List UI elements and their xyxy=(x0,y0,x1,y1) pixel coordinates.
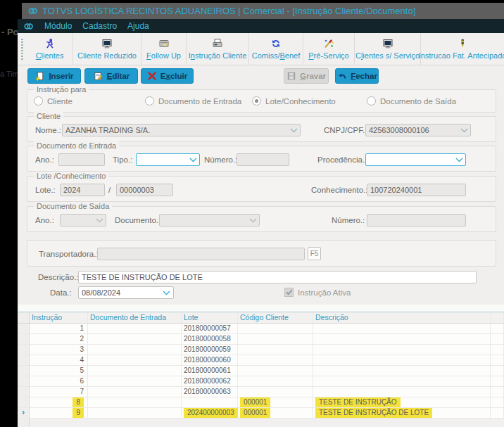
grid-row[interactable]: 5201800000061 xyxy=(18,366,504,376)
grid-column-header-documento-de-entrada[interactable]: Documento de Entrada xyxy=(88,312,182,324)
grid-cell-codigo: 000001 xyxy=(238,397,313,408)
group-cliente: Cliente Nome.: AZANHA TRADING S/A. CNPJ/… xyxy=(27,116,496,142)
grid-cell-doc_entrada xyxy=(88,408,182,419)
grid-row[interactable]: 1201800000057 xyxy=(18,324,504,334)
radio-label: Cliente xyxy=(47,96,73,106)
grid-header-row: InstruçãoDocumento de EntradaLoteCódigo … xyxy=(18,312,504,324)
grid-column-header-instruc-a-o[interactable]: Instrução xyxy=(30,312,88,324)
grid-column-header-descric-a-o[interactable]: Descrição xyxy=(313,312,491,324)
monitor-icon xyxy=(382,38,393,49)
fechar-button[interactable]: Fechar xyxy=(335,68,379,84)
tipo-combobox[interactable] xyxy=(136,153,200,166)
radio-circle[interactable] xyxy=(367,96,376,106)
grid-row[interactable]: 3201800000059 xyxy=(18,345,504,355)
nome-combobox[interactable]: AZANHA TRADING S/A. xyxy=(62,124,301,136)
toolbar-item-clientes[interactable]: Clientes xyxy=(27,33,73,65)
menu-items: MóduloCadastroAjuda xyxy=(44,21,149,31)
cnpj-value: 42563008000106 xyxy=(369,126,429,134)
grid-row-indicator xyxy=(18,355,30,366)
data-combobox[interactable]: 08/08/2024 xyxy=(78,286,174,299)
toolbar-item-label: Pré-Serviço xyxy=(308,51,348,60)
chevron-down-icon[interactable] xyxy=(163,291,170,295)
grid-cell-codigo xyxy=(238,334,313,345)
grid-body: 1201800000057220180000005832018000000594… xyxy=(18,324,504,419)
toolbar-item-follow-up[interactable]: Follow Up xyxy=(141,33,187,65)
grid-cell-doc_entrada xyxy=(88,324,182,334)
ano-saida-combobox[interactable] xyxy=(60,214,106,227)
group-label: Documento de Saída xyxy=(34,202,112,210)
grid-cell-codigo xyxy=(238,345,313,355)
editar-button[interactable]: Editar xyxy=(84,68,138,84)
documento-saida-combobox[interactable] xyxy=(159,214,260,227)
grid-cell-lote: 201800000059 xyxy=(182,345,238,355)
totvs-logo-icon[interactable] xyxy=(23,21,34,32)
toolbar-drag-handle[interactable] xyxy=(21,39,23,60)
grid-cell-descricao xyxy=(313,387,491,397)
numero-saida-input[interactable] xyxy=(367,214,466,227)
grid-row[interactable]: 8000001TESTE DE INSTRUÇÃO xyxy=(18,397,504,408)
title-bar: TOTVS LOGÍSTICA RECINTOS ADUANEIROS | Co… xyxy=(22,3,504,19)
numero-label: Número.: xyxy=(204,153,237,166)
chevron-down-icon[interactable] xyxy=(96,218,103,223)
grid-row[interactable]: 2201800000058 xyxy=(18,334,504,345)
grid-row[interactable]: 7201800000063 xyxy=(18,387,504,397)
grid-row[interactable]: 4201800000060 xyxy=(18,355,504,366)
ano-input[interactable] xyxy=(58,153,105,166)
excluir-button[interactable]: Excluir xyxy=(141,68,194,84)
instrucao-ativa-checkbox[interactable] xyxy=(284,288,294,297)
grid-cell-doc_entrada xyxy=(88,376,182,387)
grid-cell-instrucao: 7 xyxy=(30,387,88,397)
toolbar-item-cliente-reduzido[interactable]: Cliente Reduzido xyxy=(73,33,141,65)
grid-cell-instrucao: 8 xyxy=(30,397,88,408)
desktop: { "colors": { "accent": "#1f9bcd", "titl… xyxy=(0,0,504,427)
chevron-down-icon[interactable] xyxy=(460,128,468,133)
radio-circle[interactable] xyxy=(145,96,154,106)
toolbar-item-comiss-benef[interactable]: Comiss/Benef xyxy=(249,33,303,65)
descricao-input[interactable]: TESTE DE INSTRUÇÃO DE LOTE xyxy=(78,271,477,283)
documento-label: Documento.: xyxy=(115,214,160,227)
group-transportadora: Transportadora.: F5 xyxy=(27,240,496,267)
numero-saida-label: Número.: xyxy=(332,214,365,227)
grid-column-header-lote[interactable]: Lote xyxy=(182,312,238,324)
grid-cell-instrucao: 6 xyxy=(30,376,88,387)
transportadora-input[interactable] xyxy=(97,248,305,260)
grid-row[interactable]: ›9202400000003000001TESTE DE INSTRUÇÃO D… xyxy=(18,408,504,419)
gravar-button: Gravar xyxy=(284,68,329,84)
grid-cell-extra xyxy=(491,397,504,408)
grid-cell-doc_entrada xyxy=(88,366,182,376)
menu-item-ajuda[interactable]: Ajuda xyxy=(127,21,149,31)
radio-circle[interactable] xyxy=(252,96,261,106)
menu-item-mo-dulo[interactable]: Módulo xyxy=(44,21,72,31)
toolbar-item-instrucao-fat-antecipado[interactable]: Instrucao Fat. Antecipado xyxy=(421,33,504,65)
cnpj-combobox[interactable]: 42563008000106 xyxy=(365,124,471,136)
inserir-button[interactable]: Inserir xyxy=(27,68,81,84)
radio-circle[interactable] xyxy=(34,96,43,106)
chevron-down-icon[interactable] xyxy=(290,128,298,133)
transportadora-label: Transportadora.: xyxy=(39,248,99,260)
f5-lookup-button[interactable]: F5 xyxy=(308,247,321,260)
grid-cell-extra xyxy=(491,387,504,397)
conhecimento-input[interactable]: 100720240001 xyxy=(367,184,466,196)
nome-label: Nome.: xyxy=(35,124,61,136)
procedencia-combobox[interactable] xyxy=(365,153,466,166)
grid-row[interactable]: 6201800000062 xyxy=(18,376,504,387)
chevron-down-icon[interactable] xyxy=(249,218,257,223)
grid-column-header-co-digo-cliente[interactable]: Código Cliente xyxy=(238,312,313,324)
cnpj-label: CNPJ/CPF.: xyxy=(324,124,367,136)
toolbar-item-pre-servic-o[interactable]: Pré-Serviço xyxy=(303,33,355,65)
chevron-down-icon[interactable] xyxy=(189,158,197,162)
lote-ano-input[interactable]: 2024 xyxy=(60,184,105,196)
grid-cell-doc_entrada xyxy=(88,397,182,408)
grid-cell-doc_entrada xyxy=(88,387,182,397)
grid-cell-doc_entrada xyxy=(88,334,182,345)
lote-numero-input[interactable]: 00000003 xyxy=(116,184,173,196)
group-instrucao-para: Instrução para ClienteDocumento de Entra… xyxy=(27,89,496,113)
toolbar-item-instruc-a-o-cliente[interactable]: Instrução Cliente xyxy=(187,33,249,65)
grid-cell-extra xyxy=(491,408,504,419)
window-title: TOTVS LOGÍSTICA RECINTOS ADUANEIROS | Co… xyxy=(42,6,415,16)
menu-item-cadastro[interactable]: Cadastro xyxy=(82,21,117,31)
toolbar-item-clientes-s-servic-o[interactable]: Clientes s/ Serviço xyxy=(355,33,421,65)
numero-input[interactable] xyxy=(237,153,289,166)
grid-cell-descricao xyxy=(313,376,491,387)
chevron-down-icon[interactable] xyxy=(455,158,463,162)
